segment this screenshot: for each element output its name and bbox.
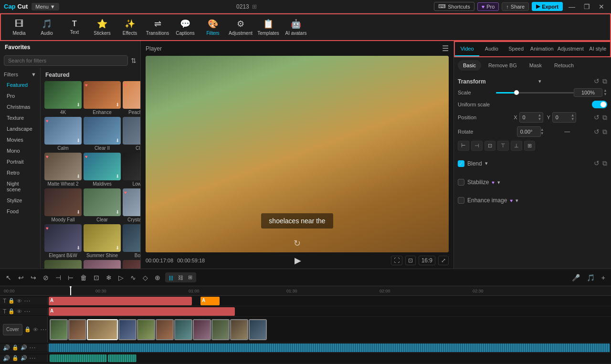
video-clip-4[interactable] [118, 319, 137, 340]
lock-audio-1[interactable]: 🔒 [12, 344, 19, 351]
filter-item-maldives[interactable]: ♥ ⬇ Maldives [84, 153, 121, 187]
pos-x-input[interactable]: ▲ ▼ [519, 112, 543, 123]
audio-clip-2b[interactable] [108, 354, 137, 362]
download-icon[interactable]: ⬇ [76, 102, 80, 107]
video-clip-5[interactable] [137, 319, 155, 340]
tl-select-button[interactable]: ↖ [4, 273, 13, 282]
eye-icon-video[interactable]: 👁 [33, 327, 38, 333]
video-clip-7[interactable] [174, 319, 192, 340]
eye-icon[interactable]: 👁 [17, 298, 22, 304]
text-clip-2[interactable] [49, 307, 235, 316]
filter-item-matte-wheat[interactable]: ♥ ⬇ Matte Wheat 2 [44, 153, 82, 187]
cover-label[interactable]: Cover [3, 324, 22, 335]
tl-snap-button[interactable]: ||| [167, 274, 175, 281]
rotate-down[interactable]: ▼ [540, 132, 544, 135]
restore-button[interactable]: ❐ [581, 2, 593, 11]
filter-item-peach-glow[interactable]: ♥ ⬇ Peach Glow [123, 81, 140, 115]
filter-item-row6b[interactable] [84, 260, 121, 269]
tl-trim-left-button[interactable]: ⊣ [53, 273, 63, 282]
subtab-remove-bg[interactable]: Remove BG [483, 60, 522, 71]
cat-food[interactable]: Food [2, 206, 38, 217]
pos-x-down[interactable]: ▼ [538, 117, 542, 121]
tool-text[interactable]: T Text [61, 15, 88, 39]
rotate-value[interactable] [520, 129, 539, 135]
timeline-playhead[interactable] [70, 286, 71, 295]
video-clip-11[interactable] [249, 319, 267, 340]
tool-filters[interactable]: 🎨 Filters [200, 15, 226, 39]
tl-play-tl-button[interactable]: ▷ [116, 273, 126, 282]
tool-adjustment[interactable]: ⚙ Adjustment [227, 15, 254, 39]
align-bottom-button[interactable]: ⊞ [524, 141, 535, 151]
track-more-audio-2[interactable]: ⋯ [29, 354, 36, 362]
cat-portrait[interactable]: Portrait [2, 156, 38, 167]
text-clip-1[interactable] [49, 297, 192, 305]
tl-link-button[interactable]: ⛓ [176, 274, 185, 281]
filter-item-clear2[interactable]: ⬇ Clear II [84, 117, 121, 151]
align-right-button[interactable]: ⊡ [485, 141, 495, 151]
tab-speed[interactable]: Speed [504, 42, 528, 56]
tl-keyframe-button[interactable]: ◇ [141, 273, 150, 282]
scale-slider[interactable] [496, 92, 574, 94]
copy-pos-button[interactable]: ⧉ [602, 114, 607, 122]
filter-item-clear[interactable]: ⬇ Clear [123, 117, 140, 151]
uniform-scale-toggle[interactable] [592, 101, 607, 108]
tab-adjustment[interactable]: Adjustment [556, 42, 586, 56]
tl-split-button[interactable]: ⊘ [41, 273, 51, 282]
pos-x-value[interactable] [523, 114, 537, 120]
filter-search-input[interactable] [4, 55, 128, 66]
share-button[interactable]: ↑ Share [502, 2, 529, 11]
fit-button[interactable]: ⊡ [405, 256, 416, 265]
pro-button[interactable]: ♥ Pro [477, 2, 499, 11]
sort-icon[interactable]: ⇅ [131, 57, 137, 64]
export-button[interactable]: ▶ Export [532, 2, 563, 11]
align-top-button[interactable]: ⊤ [497, 141, 509, 151]
filter-item-bokeh[interactable]: ⬇ Bokeh [123, 224, 140, 258]
align-center-v-button[interactable]: ⊥ [511, 141, 522, 151]
tl-zoom-in-button[interactable]: + [600, 273, 607, 282]
expand-button[interactable]: ⤢ [438, 256, 449, 265]
tl-mic-button[interactable]: 🎤 [570, 273, 582, 282]
player-menu-icon[interactable]: ☰ [442, 44, 449, 53]
cat-mono[interactable]: Mono [2, 146, 38, 156]
filter-item-clear3[interactable]: ⬇ Clear [84, 188, 121, 222]
tl-undo-button[interactable]: ↩ [16, 273, 26, 282]
lock-icon-2[interactable]: 🔒 [8, 308, 15, 314]
tool-effects[interactable]: ✨ Effects [116, 15, 143, 39]
minimize-button[interactable]: — [566, 2, 578, 11]
tool-templates[interactable]: 📋 Templates [255, 15, 282, 39]
subtab-retouch[interactable]: Retouch [549, 60, 579, 71]
menu-button[interactable]: Menu ▼ [32, 3, 59, 10]
subtab-basic[interactable]: Basic [458, 60, 481, 71]
audio-clip-2a[interactable] [50, 354, 107, 362]
vol-icon-1[interactable]: 🔊 [21, 344, 27, 351]
download-icon[interactable]: ⬇ [116, 174, 119, 179]
tl-curves-button[interactable]: ∿ [128, 273, 138, 282]
download-icon[interactable]: ⬇ [116, 102, 119, 107]
filter-item-row6a[interactable] [44, 260, 82, 269]
aspect-ratio-icon[interactable]: ⊞ [252, 3, 257, 10]
reset-pos-button[interactable]: ↺ [594, 114, 600, 122]
tool-audio[interactable]: 🎵 Audio [33, 15, 60, 39]
video-clip-2[interactable] [68, 319, 86, 340]
download-icon[interactable]: ⬇ [76, 245, 80, 250]
scale-value-input[interactable] [574, 88, 602, 97]
filter-item-moody-fall[interactable]: ⬇ Moody Fall [44, 188, 82, 222]
tool-ai-avatars[interactable]: 🤖 AI avatars [283, 15, 309, 39]
rotate-input[interactable]: ▲ ▼ [517, 126, 541, 137]
filter-item-4k[interactable]: ⬇ 4K [44, 81, 82, 115]
video-clip-1[interactable] [50, 319, 68, 340]
cat-landscape[interactable]: Landscape [2, 124, 38, 134]
subtitle-clip-1[interactable] [200, 297, 220, 305]
filter-item-calm[interactable]: ♥ ⬇ Calm [44, 117, 82, 151]
tool-transitions[interactable]: ⇌ Transitions [144, 15, 171, 39]
transform-dropdown-icon[interactable]: ▾ [538, 78, 541, 84]
filter-item-elegant-bw[interactable]: ♥ ⬇ Elegant B&W [44, 224, 82, 258]
video-clip-6[interactable] [156, 319, 174, 340]
categories-toggle[interactable]: ▼ [31, 72, 36, 77]
stabilize-dropdown-icon[interactable]: ▾ [497, 179, 500, 186]
tab-ai-style[interactable]: AI style [586, 42, 610, 56]
download-icon[interactable]: ⬇ [116, 138, 119, 143]
enhance-image-checkbox[interactable] [458, 197, 464, 204]
cat-texture[interactable]: Texture [2, 113, 38, 123]
cat-stylize[interactable]: Stylize [2, 195, 38, 206]
